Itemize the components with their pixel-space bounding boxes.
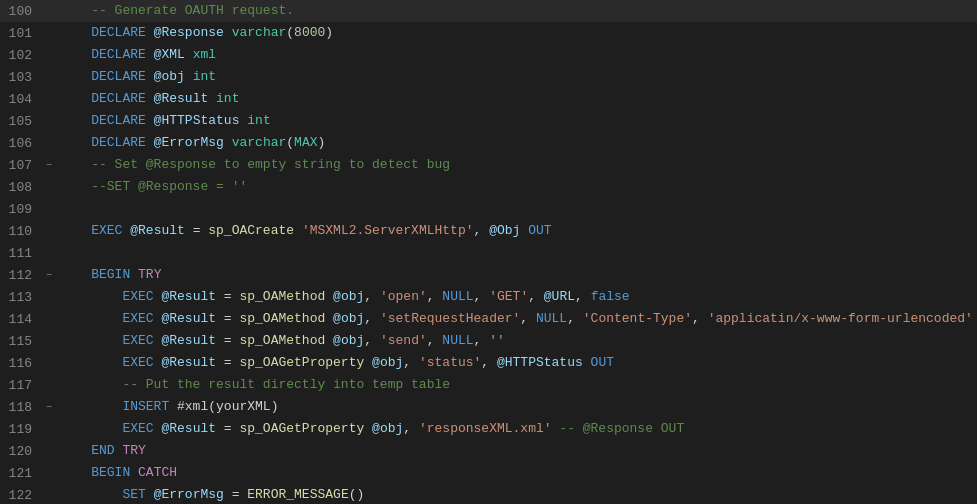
token-kw: DECLARE [60, 135, 146, 150]
token-plain [146, 135, 154, 150]
token-punc: ) [325, 25, 333, 40]
token-kw: BEGIN [60, 465, 130, 480]
code-content: DECLARE @obj int [56, 66, 216, 88]
token-kw: EXEC [60, 289, 154, 304]
code-line: 100 -- Generate OAUTH request. [0, 0, 977, 22]
token-plain: , [364, 333, 380, 348]
token-var: @obj [154, 69, 185, 84]
token-plain: = [224, 487, 247, 502]
line-number: 110 [0, 224, 42, 239]
token-func: sp_OAGetProperty [239, 421, 364, 436]
token-kw: DECLARE [60, 113, 146, 128]
line-number: 105 [0, 114, 42, 129]
token-plain: , [364, 289, 380, 304]
token-var: @ErrorMsg [154, 487, 224, 502]
token-plain: #xml(yourXML) [169, 399, 278, 414]
fold-icon[interactable]: − [42, 160, 56, 171]
token-plain: , [474, 333, 490, 348]
token-plain: , [474, 289, 490, 304]
token-kw: INSERT [60, 399, 169, 414]
code-line: 104 DECLARE @Result int [0, 88, 977, 110]
token-var: @HTTPStatus [497, 355, 583, 370]
code-content: EXEC @Result = sp_OAMethod @obj, 'send',… [56, 330, 505, 352]
token-var: @ErrorMsg [154, 135, 224, 150]
token-kw: EXEC [60, 355, 154, 370]
token-plain: , [481, 355, 497, 370]
token-type: MAX [294, 135, 317, 150]
token-str: '' [489, 333, 505, 348]
token-str: 'GET' [489, 289, 528, 304]
token-plain: , [528, 289, 544, 304]
token-plain [146, 25, 154, 40]
token-kw: BEGIN [60, 267, 130, 282]
token-kw: DECLARE [60, 25, 146, 40]
line-number: 109 [0, 202, 42, 217]
token-var: @Result [161, 421, 216, 436]
token-plain: = [216, 333, 239, 348]
token-comment: -- Put the result directly into temp tab… [60, 377, 450, 392]
token-str: 'setRequestHeader' [380, 311, 520, 326]
code-content: DECLARE @Result int [56, 88, 239, 110]
token-plain [146, 91, 154, 106]
token-type: int [216, 91, 239, 106]
token-type: varchar [232, 25, 287, 40]
token-plain: = [216, 355, 239, 370]
fold-icon[interactable]: − [42, 270, 56, 281]
token-plain [224, 135, 232, 150]
code-line: 120 END TRY [0, 440, 977, 462]
code-content: EXEC @Result = sp_OACreate 'MSXML2.Serve… [56, 220, 552, 242]
code-content: DECLARE @ErrorMsg varchar(MAX) [56, 132, 325, 154]
line-number: 116 [0, 356, 42, 371]
token-punc: ( [286, 25, 294, 40]
token-func: sp_OACreate [208, 223, 294, 238]
token-var: @obj [372, 355, 403, 370]
token-kw: DECLARE [60, 47, 146, 62]
code-line: 119 EXEC @Result = sp_OAGetProperty @obj… [0, 418, 977, 440]
token-kw: EXEC [60, 311, 154, 326]
code-content: SET @ErrorMsg = ERROR_MESSAGE() [56, 484, 364, 504]
code-line: 107− -- Set @Response to empty string to… [0, 154, 977, 176]
token-kw2: CATCH [138, 465, 177, 480]
token-kw: false [591, 289, 630, 304]
token-plain [325, 289, 333, 304]
token-var: @obj [372, 421, 403, 436]
token-kw: DECLARE [60, 69, 146, 84]
token-plain: , [427, 333, 443, 348]
code-line: 102 DECLARE @XML xml [0, 44, 977, 66]
line-number: 120 [0, 444, 42, 459]
token-kw: SET [60, 487, 146, 502]
token-plain [146, 69, 154, 84]
line-number: 122 [0, 488, 42, 503]
line-number: 111 [0, 246, 42, 261]
token-punc: ) [318, 135, 326, 150]
token-var: @Result [161, 355, 216, 370]
token-plain: , [474, 223, 490, 238]
line-number: 106 [0, 136, 42, 151]
token-var: @obj [333, 289, 364, 304]
code-line: 117 -- Put the result directly into temp… [0, 374, 977, 396]
code-content: DECLARE @XML xml [56, 44, 216, 66]
code-content: EXEC @Result = sp_OAGetProperty @obj, 'r… [56, 418, 684, 440]
line-number: 118 [0, 400, 42, 415]
code-line: 114 EXEC @Result = sp_OAMethod @obj, 'se… [0, 308, 977, 330]
token-func: sp_OAGetProperty [239, 355, 364, 370]
token-kw: END [60, 443, 115, 458]
code-content: --SET @Response = '' [56, 176, 247, 198]
line-number: 112 [0, 268, 42, 283]
token-plain [520, 223, 528, 238]
code-content: BEGIN CATCH [56, 462, 177, 484]
code-content: DECLARE @HTTPStatus int [56, 110, 271, 132]
line-number: 104 [0, 92, 42, 107]
token-plain: = [185, 223, 208, 238]
token-plain [583, 355, 591, 370]
token-kw: DECLARE [60, 91, 146, 106]
token-plain [130, 267, 138, 282]
token-kw: OUT [591, 355, 614, 370]
token-kw2: TRY [122, 443, 145, 458]
fold-icon[interactable]: − [42, 402, 56, 413]
token-type: xml [193, 47, 216, 62]
token-plain [364, 355, 372, 370]
token-plain [208, 91, 216, 106]
token-var: @HTTPStatus [154, 113, 240, 128]
line-number: 101 [0, 26, 42, 41]
